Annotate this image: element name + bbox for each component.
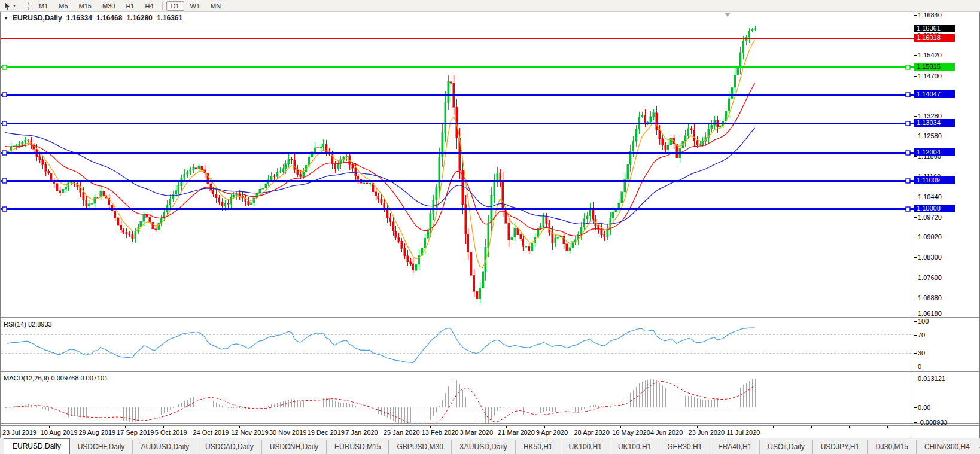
toolbar-separator bbox=[22, 2, 22, 10]
cursor-tool-button[interactable]: ▾ bbox=[3, 2, 17, 10]
date-axis-label: 25 Jan 2020 bbox=[384, 429, 420, 436]
date-axis-label: 11 Jul 2020 bbox=[726, 429, 760, 436]
timeframe-button-m30[interactable]: M30 bbox=[98, 1, 120, 11]
chart-shift-marker bbox=[725, 13, 731, 17]
timeframe-button-h4[interactable]: H4 bbox=[140, 1, 158, 11]
chart-tab-bar: EURUSD,DailyUSDCHF,DailyAUDUSD,DailyUSDC… bbox=[0, 438, 980, 454]
date-axis-label: 19 Dec 2019 bbox=[308, 429, 345, 436]
timeframe-button-m5[interactable]: M5 bbox=[54, 1, 72, 11]
price-axis-tick: 1.06180 bbox=[918, 310, 961, 317]
price-axis-tick: 1.15420 bbox=[918, 51, 961, 59]
date-axis-label: 9 Apr 2020 bbox=[536, 429, 568, 436]
main-toolbar: ▾ M1M5M15M30H1H4D1W1MN bbox=[0, 0, 980, 12]
chart-window bbox=[0, 11, 980, 438]
chart-tab-usoil-daily[interactable]: USOil,Daily bbox=[760, 440, 812, 454]
date-axis-label: 24 Oct 2019 bbox=[193, 429, 229, 436]
ohlc-open: 1.16334 bbox=[66, 14, 92, 22]
level-price-badge: 1.10008 bbox=[914, 205, 955, 212]
date-axis-label: 21 Mar 2020 bbox=[498, 429, 535, 436]
chart-title-collapse-icon[interactable]: ▼ bbox=[4, 16, 8, 21]
rsi-indicator-label: RSI(14) 82.8933 bbox=[4, 321, 52, 328]
chart-tab-uk100-h1[interactable]: UK100,H1 bbox=[561, 440, 610, 454]
price-axis-tick: 1.12580 bbox=[918, 132, 961, 139]
date-axis-label: 17 Sep 2019 bbox=[117, 429, 154, 436]
date-axis-label: 28 Apr 2020 bbox=[574, 429, 610, 436]
rsi-axis-tick: 70 bbox=[918, 331, 961, 339]
chart-tab-dj30-m15[interactable]: DJ30,M15 bbox=[868, 440, 917, 454]
chart-tab-china300-h4[interactable]: CHINA300,H4 bbox=[917, 440, 978, 454]
chart-tab-usdcad-daily[interactable]: USDCAD,Daily bbox=[197, 440, 262, 454]
ohlc-high: 1.16468 bbox=[96, 14, 122, 22]
rsi-axis-tick: 0 bbox=[918, 363, 961, 370]
chart-symbol-label: EURUSD,Daily bbox=[13, 14, 62, 22]
macd-axis-tick: -0.008933 bbox=[918, 419, 961, 426]
date-axis-label: 4 Jun 2020 bbox=[650, 429, 683, 436]
price-axis-tick: 1.07600 bbox=[918, 273, 961, 281]
timeframe-button-m1[interactable]: M1 bbox=[34, 1, 53, 11]
cursor-arrow-icon bbox=[3, 2, 11, 10]
macd-axis-tick: 0.013121 bbox=[918, 375, 961, 382]
chart-tab-usdcnh-daily[interactable]: USDCNH,Daily bbox=[262, 440, 327, 454]
timeframe-button-m15[interactable]: M15 bbox=[74, 1, 96, 11]
timeframe-button-d1[interactable]: D1 bbox=[166, 1, 184, 11]
price-axis-line bbox=[914, 12, 914, 437]
price-axis-tick: 1.16840 bbox=[918, 11, 961, 19]
ohlc-close: 1.16361 bbox=[157, 14, 182, 22]
chart-tab-xauusd-daily[interactable]: XAUUSD,Daily bbox=[452, 440, 516, 454]
timeframe-button-mn[interactable]: MN bbox=[206, 1, 226, 11]
level-price-badge: 1.16018 bbox=[914, 34, 955, 42]
chart-tab-hk50-h1[interactable]: HK50,H1 bbox=[516, 440, 561, 454]
price-axis-tick: 1.09020 bbox=[918, 233, 961, 240]
chart-tab-eurusd-daily[interactable]: EURUSD,Daily bbox=[4, 438, 70, 454]
price-axis-tick: 1.08300 bbox=[918, 254, 961, 261]
timeframe-button-h1[interactable]: H1 bbox=[121, 1, 139, 11]
cursor-tool-dropdown-icon[interactable]: ▾ bbox=[13, 3, 16, 8]
toolbar-drag-handle[interactable] bbox=[28, 2, 31, 10]
date-axis-label: 29 Aug 2019 bbox=[78, 429, 115, 436]
date-axis-label: 23 Jun 2020 bbox=[689, 429, 725, 436]
date-axis-label: 7 Jan 2020 bbox=[345, 429, 378, 436]
date-axis-label: 13 Feb 2020 bbox=[422, 429, 459, 436]
chart-tab-gbpusd-m30[interactable]: GBPUSD,M30 bbox=[389, 440, 451, 454]
chart-title: ▼ EURUSD,Daily 1.16334 1.16468 1.16280 1… bbox=[4, 14, 182, 22]
rsi-axis-tick: 100 bbox=[918, 318, 961, 325]
chart-tab-uk100-h1[interactable]: UK100,H1 bbox=[610, 440, 659, 454]
timeframe-button-w1[interactable]: W1 bbox=[185, 1, 205, 11]
price-axis-tick: 1.14700 bbox=[918, 72, 961, 79]
date-axis-label: 12 Nov 2019 bbox=[231, 429, 268, 436]
timeframe-buttons: M1M5M15M30H1H4D1W1MN bbox=[34, 1, 226, 11]
date-axis-label: 10 Aug 2019 bbox=[41, 429, 78, 436]
date-axis-label: 16 May 2020 bbox=[612, 429, 650, 436]
rsi-axis-tick: 30 bbox=[918, 349, 961, 357]
chart-tab-fra40-h1[interactable]: FRA40,H1 bbox=[710, 440, 760, 454]
chart-tab-ger30-h1[interactable]: GER30,H1 bbox=[659, 440, 710, 454]
level-price-badge: 1.15015 bbox=[914, 63, 955, 71]
panel-resize-separator[interactable] bbox=[1, 370, 979, 372]
date-axis-label: 30 Nov 2019 bbox=[269, 429, 306, 436]
chart-tab-usdchf-daily[interactable]: USDCHF,Daily bbox=[70, 440, 133, 454]
toolbar-separator bbox=[162, 2, 163, 10]
date-axis-label: 3 Mar 2020 bbox=[459, 429, 493, 436]
level-price-badge: 1.12004 bbox=[914, 148, 955, 156]
chart-tab-eurusd-m15[interactable]: EURUSD,M15 bbox=[327, 440, 389, 454]
chart-tab-audusd-daily[interactable]: AUDUSD,Daily bbox=[133, 440, 197, 454]
macd-axis-tick: 0.00 bbox=[918, 404, 961, 411]
chart-tab-usdjpy-h1[interactable]: USDJPY,H1 bbox=[813, 440, 868, 454]
ohlc-low: 1.16280 bbox=[126, 14, 152, 22]
level-price-badge: 1.11009 bbox=[914, 176, 955, 184]
level-price-badge: 1.13034 bbox=[914, 119, 955, 127]
macd-indicator-label: MACD(12,26,9) 0.009768 0.007101 bbox=[4, 374, 108, 382]
level-price-badge: 1.14047 bbox=[914, 90, 955, 98]
current-price-badge: 1.16361 bbox=[914, 25, 955, 32]
price-axis-tick: 1.10440 bbox=[918, 193, 961, 200]
panel-resize-separator[interactable] bbox=[1, 317, 979, 319]
price-axis-tick: 1.09720 bbox=[918, 213, 961, 220]
panel-resize-separator[interactable] bbox=[1, 423, 979, 426]
date-axis-label: 23 Jul 2019 bbox=[2, 429, 36, 436]
price-axis-tick: 1.06880 bbox=[918, 294, 961, 301]
date-axis-label: 5 Oct 2019 bbox=[155, 429, 187, 436]
